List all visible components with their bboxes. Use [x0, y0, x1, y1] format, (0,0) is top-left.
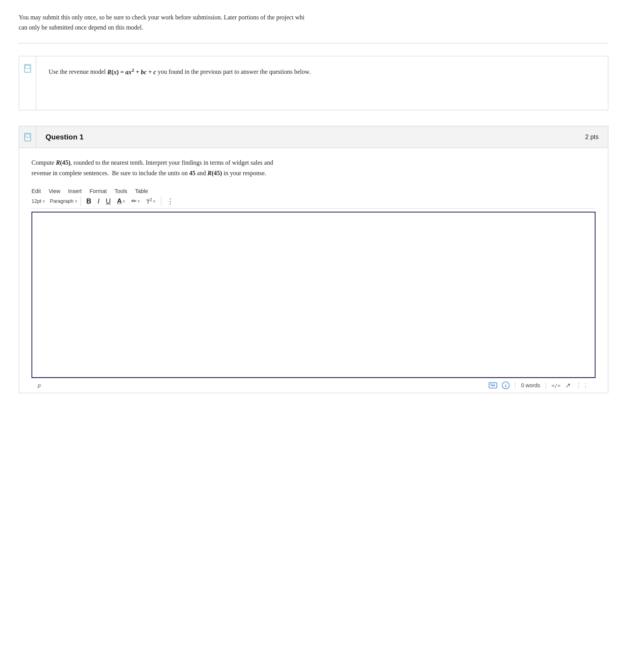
font-color-button[interactable]: A ∨ [115, 197, 127, 205]
status-divider-1 [515, 382, 515, 389]
menu-table[interactable]: Table [135, 188, 148, 194]
font-color-chevron: ∨ [122, 199, 125, 203]
question-block: Question 1 2 pts Compute R(45), rounded … [19, 126, 608, 393]
info-icon[interactable] [502, 381, 510, 389]
svg-rect-5 [490, 384, 491, 385]
highlight-button[interactable]: ✏ ∨ [129, 197, 142, 205]
menu-edit[interactable]: Edit [31, 188, 41, 194]
format-divider-1 [80, 197, 81, 206]
font-size-chevron: ∨ [42, 199, 45, 203]
highlight-chevron: ∨ [137, 199, 140, 203]
paragraph-chevron: ∨ [75, 199, 77, 203]
highlight-label: ✏ [131, 198, 136, 204]
font-color-label: A [117, 198, 122, 204]
info-box-content: Use the revenue model R(x) = ax2 + bc + … [36, 56, 608, 110]
grip-icon: ⋮⋮ [575, 381, 589, 390]
page-wrapper: You may submit this only once, so be sur… [0, 0, 627, 427]
question-header: Question 1 2 pts [19, 126, 608, 148]
font-size-value: 12pt [31, 198, 41, 204]
svg-rect-1 [25, 66, 30, 69]
word-count: 0 words [521, 382, 540, 388]
editor-textarea-wrapper [31, 212, 596, 378]
info-box: Use the revenue model R(x) = ax2 + bc + … [19, 56, 608, 110]
status-divider-2 [546, 382, 546, 389]
editor-format-bar: 12pt ∨ Paragraph ∨ B I U A ∨ [31, 197, 596, 209]
question-bookmark-icon [24, 133, 31, 141]
question-header-main: Question 1 2 pts [36, 126, 608, 148]
info-box-sidebar [19, 56, 36, 110]
question-text-line2: revenue in complete sentences. Be sure t… [31, 168, 596, 178]
code-toggle[interactable]: </> [552, 383, 561, 388]
format-divider-2 [161, 197, 161, 206]
italic-button[interactable]: I [95, 197, 102, 206]
status-right: 0 words </> ↗ ⋮⋮ [489, 381, 589, 390]
paragraph-select[interactable]: Paragraph ∨ [50, 198, 77, 204]
svg-rect-7 [493, 384, 494, 385]
svg-rect-3 [25, 134, 30, 137]
menu-view[interactable]: View [49, 188, 60, 194]
editor-menu-bar: Edit View Insert Format Tools Table [31, 188, 596, 194]
answer-textarea[interactable] [32, 212, 595, 376]
paragraph-indicator: p [38, 382, 41, 388]
svg-point-11 [505, 384, 506, 385]
expand-button[interactable]: ↗ [565, 381, 571, 390]
editor-status-bar: p [31, 378, 596, 393]
top-notice: You may submit this only once, so be sur… [19, 12, 608, 32]
svg-rect-9 [491, 385, 495, 386]
question-body: Compute R(45), rounded to the nearest te… [19, 148, 608, 392]
underline-button[interactable]: U [103, 197, 113, 206]
question-text-line1: Compute R(45), rounded to the nearest te… [31, 157, 596, 168]
superscript-label: T2 [146, 198, 152, 204]
notice-line2: can only be submitted once depend on thi… [19, 23, 608, 33]
svg-rect-12 [505, 385, 506, 387]
paragraph-value: Paragraph [50, 198, 73, 204]
font-size-select[interactable]: 12pt ∨ [31, 198, 45, 204]
svg-rect-8 [494, 384, 495, 385]
keyboard-icon[interactable] [489, 382, 497, 388]
more-options-button[interactable]: ⋮ [164, 197, 176, 206]
question-text: Compute R(45), rounded to the nearest te… [31, 157, 596, 178]
question-points: 2 pts [585, 134, 599, 141]
svg-rect-6 [491, 384, 492, 385]
menu-insert[interactable]: Insert [68, 188, 82, 194]
bold-button[interactable]: B [84, 197, 94, 206]
menu-format[interactable]: Format [89, 188, 107, 194]
question-header-sidebar [19, 126, 36, 148]
question-title: Question 1 [45, 133, 84, 141]
superscript-chevron: ∨ [153, 199, 155, 203]
bookmark-icon [24, 64, 31, 73]
menu-tools[interactable]: Tools [115, 188, 127, 194]
superscript-button[interactable]: T2 ∨ [144, 197, 158, 205]
notice-line1: You may submit this only once, so be sur… [19, 12, 608, 23]
top-divider [19, 43, 608, 44]
